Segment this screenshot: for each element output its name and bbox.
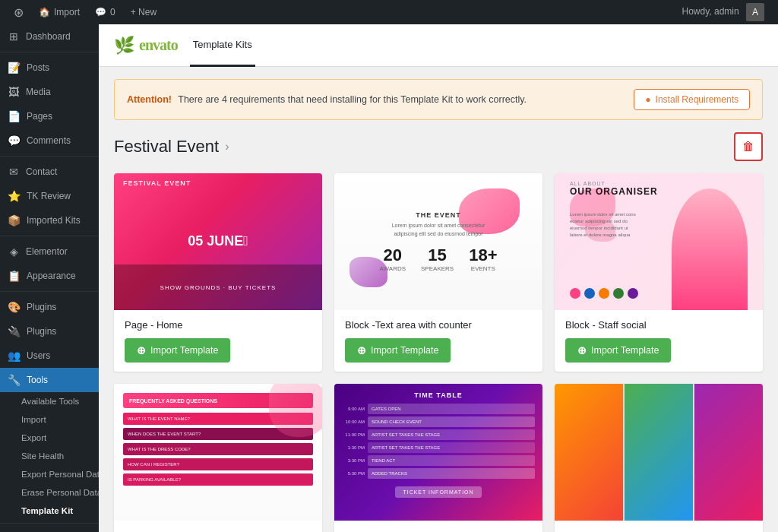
card-title: Block -Text area with counter: [345, 319, 532, 331]
counter-item-0: 20 AWARDS: [380, 245, 406, 272]
social-dot-1: [584, 288, 595, 299]
sidebar-item-users[interactable]: 👥 Users: [0, 344, 99, 368]
tt-bar: ARTIST SET TAKES THE STAGE: [368, 429, 535, 440]
comments-link[interactable]: 💬 0: [87, 0, 123, 24]
submenu-import[interactable]: Import: [0, 410, 99, 429]
faq-bg-blob: [269, 384, 322, 437]
faq-item-text: WHEN DOES THE EVENT START?: [128, 432, 201, 436]
sidebar-item-dashboard[interactable]: ⊞ Dashboard: [0, 24, 99, 49]
tt-bar: ADDED TRACKS: [368, 468, 535, 479]
sidebar-label: Media: [26, 87, 51, 97]
faq-item-2: WHAT IS THE DRESS CODE?: [123, 443, 313, 455]
install-btn-label: Install Requirements: [656, 94, 738, 105]
tt-bar-text: SOUND CHECK EVENT: [372, 420, 422, 424]
carousel-img-0: [555, 384, 623, 521]
tools-icon: 🔧: [8, 374, 21, 386]
social-icons: [570, 288, 638, 299]
card-info: Block - FAQ accordion ⊕ Import Template: [114, 521, 322, 532]
leaf-icon: 🌿: [114, 36, 134, 55]
submenu-export[interactable]: Export: [0, 429, 99, 447]
card-image-staff: ALL ABOUT OUR ORGANISER Lorem ipsum dolo…: [555, 173, 763, 310]
counter-item-2: 18+ EVENTS: [469, 245, 497, 272]
sidebar-item-pages[interactable]: 📄 Pages: [0, 104, 99, 128]
tt-bar-text: ARTIST SET TAKES THE STAGE: [372, 432, 440, 437]
delete-kit-button[interactable]: 🗑: [734, 132, 763, 161]
submenu-site-health[interactable]: Site Health: [0, 447, 99, 465]
social-dot-0: [570, 288, 580, 299]
dashboard-icon: ⊞: [8, 30, 20, 43]
template-card-carousel: Block - Image carousel ⊕ Import Template: [555, 384, 763, 532]
users-icon: 👥: [8, 350, 21, 362]
sidebar-label: Appearance: [27, 271, 76, 281]
title-text: Festival Event: [114, 137, 219, 157]
sidebar-label: Dashboard: [26, 31, 71, 42]
menu-separator: [0, 523, 99, 524]
import-template-button-1[interactable]: ⊕ Import Template: [345, 338, 451, 363]
carousel-img-1: [625, 384, 693, 521]
import-template-button-0[interactable]: ⊕ Import Template: [125, 338, 230, 363]
sidebar-item-comments[interactable]: 💬 Comments: [0, 128, 99, 153]
counter-num: 20: [380, 245, 406, 265]
faq-item-text: WHAT IS THE EVENT NAME?: [128, 416, 190, 421]
card-info: Block -Text area with counter ⊕ Import T…: [334, 310, 542, 372]
import-template-button-2[interactable]: ⊕ Import Template: [565, 338, 671, 363]
sidebar-item-contact[interactable]: ✉ Contact: [0, 160, 99, 184]
tt-time: 9:00 AM: [342, 407, 365, 411]
social-dot-4: [628, 288, 638, 299]
card-image-carousel: [555, 384, 763, 521]
sidebar-item-tools[interactable]: 🔧 Tools: [0, 368, 99, 392]
sidebar-item-settings[interactable]: ⚙ Settings: [0, 527, 99, 532]
install-requirements-button[interactable]: ● Install Requirements: [634, 89, 750, 110]
templates-icon: 📋: [8, 270, 21, 282]
tt-row-1: 10:00 AM SOUND CHECK EVENT: [342, 416, 535, 427]
sidebar-item-tk-review[interactable]: ⭐ TK Review: [0, 184, 99, 208]
admin-avatar: A: [746, 3, 764, 21]
import-link[interactable]: 🏠 Import: [31, 0, 87, 24]
import-label: Import Template: [150, 345, 218, 356]
scrollable-area: Attention! There are 4 requirements that…: [99, 67, 778, 532]
submenu-available-tools[interactable]: Available Tools: [0, 392, 99, 410]
template-card-staff-social: ALL ABOUT OUR ORGANISER Lorem ipsum dolo…: [555, 173, 763, 372]
sidebar-item-templates[interactable]: 📋 Appearance: [0, 264, 99, 288]
sidebar-label: Posts: [27, 62, 49, 73]
template-card-faq: FREQUENTLY ASKED QUESTIONS WHAT IS THE E…: [114, 384, 322, 532]
card-image-text: THE EVENT Lorem ipsum dolor sit amet con…: [334, 173, 542, 310]
sidebar-label: Imported Kits: [27, 215, 81, 226]
tt-bar: GATES OPEN: [368, 404, 535, 414]
tt-row-0: 9:00 AM GATES OPEN: [342, 404, 535, 414]
faq-item-text: IS PARKING AVAILABLE?: [128, 477, 181, 482]
card-image-festival: SHOW GROUNDS · BUY TICKETS: [114, 173, 322, 310]
menu-separator: [0, 236, 99, 236]
submenu-template-kit[interactable]: Template Kit: [0, 502, 99, 520]
new-link[interactable]: + New: [123, 0, 164, 24]
sidebar-item-media[interactable]: 🖼 Media: [0, 80, 99, 104]
comments-icon: 💬: [8, 135, 21, 147]
carousel-img-2: [694, 384, 763, 521]
sidebar-label: Contact: [26, 166, 57, 177]
comments-count: 0: [110, 7, 115, 17]
sidebar-item-posts[interactable]: 📝 Posts: [0, 55, 99, 80]
sidebar-label: Tools: [27, 375, 48, 385]
pages-icon: 📄: [8, 110, 21, 122]
media-icon: 🖼: [8, 86, 20, 98]
sidebar-label: Pages: [27, 111, 52, 122]
greeting: Howdy, admin A: [675, 3, 772, 21]
plus-icon: ⊕: [137, 344, 146, 356]
template-card-page-home: SHOW GROUNDS · BUY TICKETS Page - Home ⊕…: [114, 173, 322, 372]
sidebar-item-appearance[interactable]: 🎨 Plugins: [0, 295, 99, 319]
alert-message: Attention! There are 4 requirements that…: [127, 94, 527, 105]
submenu-erase-personal[interactable]: Erase Personal Data: [0, 483, 99, 502]
template-kits-tab[interactable]: Template Kits: [190, 24, 255, 67]
sidebar-item-plugins[interactable]: 🔌 Plugins: [0, 319, 99, 344]
sidebar-item-imported-kits[interactable]: 📦 Imported Kits: [0, 208, 99, 233]
wp-logo-item[interactable]: ⊛: [6, 0, 31, 24]
sidebar-label: Comments: [27, 135, 71, 146]
sidebar-label: Users: [27, 350, 50, 361]
counter-num: 18+: [469, 245, 497, 265]
submenu-export-personal[interactable]: Export Personal Data: [0, 465, 99, 483]
plus-icon: ⊕: [577, 344, 587, 356]
alert-text: There are 4 requirements that need insta…: [178, 94, 527, 105]
admin-bar: ⊛ 🏠 Import 💬 0 + New Howdy, admin A: [0, 0, 778, 24]
sidebar-item-elementor[interactable]: ◈ Elementor: [0, 239, 99, 264]
card-title: Page - Home: [125, 319, 312, 331]
